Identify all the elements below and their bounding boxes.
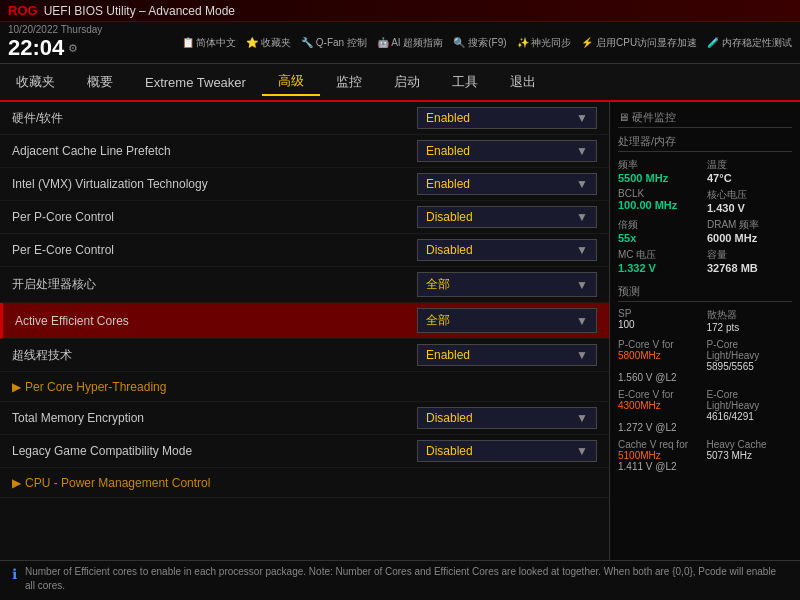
dram-freq-label: DRAM 频率 6000 MHz (707, 218, 792, 244)
setting-label-cpu-power: CPU - Power Management Control (25, 476, 597, 490)
date-display: 10/20/2022 Thursday 22:04 ⚙ (8, 24, 102, 61)
tool-ai[interactable]: 🤖 AI 超频指南 (377, 36, 443, 50)
setting-row-enable-cores[interactable]: 开启处理器核心 全部 ▼ (0, 267, 609, 303)
expand-icon-cpu-power: ▶ (12, 476, 21, 490)
setting-label-ecore: Per E-Core Control (12, 243, 417, 257)
setting-row-legacy-game[interactable]: Legacy Game Compatibility Mode Disabled … (0, 435, 609, 468)
core-voltage-label: 核心电压 1.430 V (707, 188, 792, 214)
setting-dropdown-hyperthreading[interactable]: Enabled ▼ (417, 344, 597, 366)
setting-row-per-core-ht[interactable]: ▶ Per Core Hyper-Threading (0, 372, 609, 402)
nav-item-monitor[interactable]: 监控 (320, 69, 378, 95)
setting-label-mem-encrypt: Total Memory Encryption (12, 411, 417, 425)
cpu-mem-title: 处理器/内存 (618, 134, 792, 152)
tool-search[interactable]: 🔍 搜索(F9) (453, 36, 506, 50)
capacity-label: 容量 32768 MB (707, 248, 792, 274)
dropdown-arrow-ecore: ▼ (576, 243, 588, 257)
predict-section: 预测 SP 100 散热器 172 pts P-Core V for 5800M… (618, 284, 792, 472)
bclk-label: BCLK 100.00 MHz (618, 188, 703, 214)
setting-dropdown-hardware[interactable]: Enabled ▼ (417, 107, 597, 129)
setting-row-pcore[interactable]: Per P-Core Control Disabled ▼ (0, 201, 609, 234)
tool-aura[interactable]: ✨ 神光同步 (517, 36, 572, 50)
nav-item-overview[interactable]: 概要 (71, 69, 129, 95)
tool-favorites[interactable]: ⭐ 收藏夹 (246, 36, 291, 50)
dropdown-value-ecore: Disabled (426, 243, 473, 257)
nav-menu: 收藏夹 概要 Extreme Tweaker 高级 监控 启动 工具 退出 (0, 64, 800, 102)
dropdown-arrow-enable-cores: ▼ (576, 278, 588, 292)
setting-row-vmx[interactable]: Intel (VMX) Virtualization Technology En… (0, 168, 609, 201)
title-bar: ROG UEFI BIOS Utility – Advanced Mode (0, 0, 800, 22)
setting-row-hyperthreading[interactable]: 超线程技术 Enabled ▼ (0, 339, 609, 372)
dropdown-value-mem-encrypt: Disabled (426, 411, 473, 425)
dropdown-value-hardware: Enabled (426, 111, 470, 125)
dropdown-value-adjacent-cache: Enabled (426, 144, 470, 158)
setting-label-hardware: 硬件/软件 (12, 110, 417, 127)
setting-row-mem-encrypt[interactable]: Total Memory Encryption Disabled ▼ (0, 402, 609, 435)
dropdown-arrow-adjacent-cache: ▼ (576, 144, 588, 158)
dropdown-value-hyperthreading: Enabled (426, 348, 470, 362)
main-content: 硬件/软件 Enabled ▼ Adjacent Cache Line Pref… (0, 102, 800, 560)
setting-dropdown-vmx[interactable]: Enabled ▼ (417, 173, 597, 195)
date-text: 10/20/2022 Thursday (8, 24, 102, 35)
top-bar: 10/20/2022 Thursday 22:04 ⚙ 📋 简体中文 ⭐ 收藏夹… (0, 22, 800, 64)
dropdown-value-enable-cores: 全部 (426, 276, 450, 293)
dropdown-value-active-efficient: 全部 (426, 312, 450, 329)
info-text: Number of Efficient cores to enable in e… (25, 565, 788, 593)
top-tools: 📋 简体中文 ⭐ 收藏夹 🔧 Q-Fan 控制 🤖 AI 超频指南 🔍 搜索(F… (182, 36, 793, 50)
nav-item-tools[interactable]: 工具 (436, 69, 494, 95)
dropdown-arrow-hyperthreading: ▼ (576, 348, 588, 362)
dropdown-value-vmx: Enabled (426, 177, 470, 191)
freq-label: 频率 5500 MHz (618, 158, 703, 184)
time-text: 22:04 (8, 35, 64, 61)
setting-dropdown-mem-encrypt[interactable]: Disabled ▼ (417, 407, 597, 429)
setting-label-hyperthreading: 超线程技术 (12, 347, 417, 364)
multiplier-label: 倍频 55x (618, 218, 703, 244)
dropdown-arrow-legacy-game: ▼ (576, 444, 588, 458)
setting-label-enable-cores: 开启处理器核心 (12, 276, 417, 293)
setting-row-cpu-power[interactable]: ▶ CPU - Power Management Control (0, 468, 609, 498)
nav-item-exit[interactable]: 退出 (494, 69, 552, 95)
setting-dropdown-adjacent-cache[interactable]: Enabled ▼ (417, 140, 597, 162)
settings-icon[interactable]: ⚙ (68, 42, 78, 55)
setting-dropdown-ecore[interactable]: Disabled ▼ (417, 239, 597, 261)
mc-voltage-label: MC 电压 1.332 V (618, 248, 703, 274)
tool-language[interactable]: 📋 简体中文 (182, 36, 237, 50)
tool-mem-test[interactable]: 🧪 内存稳定性测试 (707, 36, 792, 50)
predict-title: 预测 (618, 284, 792, 302)
setting-label-active-efficient: Active Efficient Cores (15, 314, 417, 328)
ecore-predict: E-Core V for 4300MHz E-Core Light/Heavy … (618, 389, 792, 433)
sp-label: SP 100 (618, 308, 704, 333)
setting-dropdown-legacy-game[interactable]: Disabled ▼ (417, 440, 597, 462)
setting-row-active-efficient[interactable]: Active Efficient Cores 全部 ▼ (0, 303, 609, 339)
tool-cpu-access[interactable]: ⚡ 启用CPU访问显存加速 (581, 36, 697, 50)
dropdown-arrow-active-efficient: ▼ (576, 314, 588, 328)
temp-label: 温度 47°C (707, 158, 792, 184)
setting-label-legacy-game: Legacy Game Compatibility Mode (12, 444, 417, 458)
setting-label-pcore: Per P-Core Control (12, 210, 417, 224)
hw-monitor-title: 🖥 硬件监控 (618, 110, 792, 128)
nav-item-boot[interactable]: 启动 (378, 69, 436, 95)
settings-panel: 硬件/软件 Enabled ▼ Adjacent Cache Line Pref… (0, 102, 610, 560)
nav-item-extreme-tweaker[interactable]: Extreme Tweaker (129, 71, 262, 94)
pcore-predict: P-Core V for 5800MHz P-Core Light/Heavy … (618, 339, 792, 383)
rog-logo: ROG (8, 3, 38, 18)
setting-label-adjacent-cache: Adjacent Cache Line Prefetch (12, 144, 417, 158)
dropdown-arrow-hardware: ▼ (576, 111, 588, 125)
setting-dropdown-enable-cores[interactable]: 全部 ▼ (417, 272, 597, 297)
setting-dropdown-pcore[interactable]: Disabled ▼ (417, 206, 597, 228)
setting-row-hardware[interactable]: 硬件/软件 Enabled ▼ (0, 102, 609, 135)
dropdown-arrow-pcore: ▼ (576, 210, 588, 224)
dropdown-arrow-vmx: ▼ (576, 177, 588, 191)
setting-row-ecore[interactable]: Per E-Core Control Disabled ▼ (0, 234, 609, 267)
nav-item-advanced[interactable]: 高级 (262, 68, 320, 96)
cpu-stats-grid: 频率 5500 MHz 温度 47°C BCLK 100.00 MHz 核心电压… (618, 158, 792, 274)
window-title: UEFI BIOS Utility – Advanced Mode (44, 4, 235, 18)
time-section: 10/20/2022 Thursday 22:04 ⚙ (8, 24, 102, 61)
setting-dropdown-active-efficient[interactable]: 全部 ▼ (417, 308, 597, 333)
tool-qfan[interactable]: 🔧 Q-Fan 控制 (301, 36, 367, 50)
dropdown-value-legacy-game: Disabled (426, 444, 473, 458)
expand-icon-per-core-ht: ▶ (12, 380, 21, 394)
info-bar: ℹ Number of Efficient cores to enable in… (0, 560, 800, 600)
dropdown-value-pcore: Disabled (426, 210, 473, 224)
setting-row-adjacent-cache[interactable]: Adjacent Cache Line Prefetch Enabled ▼ (0, 135, 609, 168)
nav-item-favorites[interactable]: 收藏夹 (0, 69, 71, 95)
